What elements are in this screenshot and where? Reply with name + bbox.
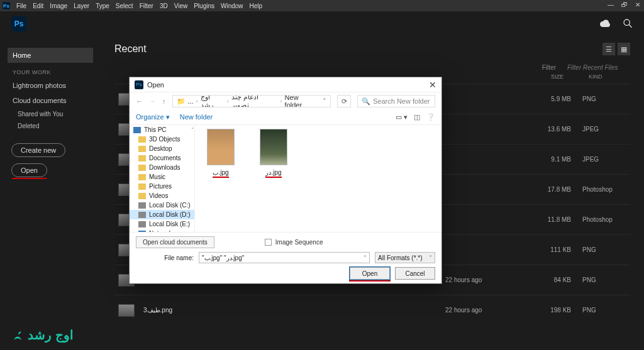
recent-heading: Recent (114, 43, 147, 55)
tree-item[interactable]: Network (130, 229, 194, 232)
tree-item[interactable]: Documents (130, 153, 194, 163)
recent-row[interactable]: طیف3.png 22 hours ago 198 KB PNG (114, 295, 630, 325)
highlight-underline (12, 178, 47, 179)
file-kind: Photoshop (582, 216, 626, 223)
col-size[interactable]: SIZE (545, 74, 564, 80)
filename-input[interactable]: "ب.jpg" "در.jpg"˅ (199, 252, 370, 263)
help-icon[interactable]: ❔ (426, 113, 435, 121)
menu-help[interactable]: Help (250, 3, 263, 9)
menu-plugins[interactable]: Plugins (194, 3, 214, 9)
file-size: 9.1 MB (533, 156, 571, 163)
app-toolbar: Ps (0, 11, 644, 36)
file-thumbnail (260, 129, 287, 165)
grid-view-toggle[interactable]: ▦ (618, 43, 630, 55)
menu-image[interactable]: Image (50, 3, 67, 9)
list-view-toggle[interactable]: ☰ (602, 43, 615, 55)
filter-label: Filter (542, 64, 556, 71)
file-time: 22 hours ago (445, 307, 533, 314)
svg-point-0 (624, 19, 630, 25)
menu-view[interactable]: View (174, 3, 188, 9)
menu-type[interactable]: Type (96, 3, 109, 9)
close-button[interactable]: ✕ (635, 1, 640, 8)
file-pane[interactable]: ب.jpgدر.jpg (195, 125, 441, 232)
file-tile-name: در.jpg (265, 169, 281, 178)
open-cloud-button[interactable]: Open cloud documents (136, 236, 214, 248)
dialog-app-icon: Ps (135, 80, 143, 89)
organize-menu[interactable]: Organize ▾ (136, 113, 170, 121)
dialog-cancel-button[interactable]: Cancel (395, 267, 435, 280)
search-icon[interactable] (623, 18, 633, 30)
sidebar-shared[interactable]: Shared with You (8, 108, 93, 120)
file-size: 13.6 MB (533, 126, 571, 133)
filename-label: File name: (136, 254, 194, 261)
file-tile[interactable]: در.jpg (253, 129, 294, 178)
tree-item[interactable]: Local Disk (E:) (130, 219, 194, 229)
sidebar-deleted[interactable]: Deleted (8, 120, 93, 132)
file-size: 11.8 MB (533, 216, 571, 223)
menu-bar[interactable]: Ps File Edit Image Layer Type Select Fil… (0, 0, 644, 11)
back-button[interactable]: ← (136, 97, 143, 105)
image-sequence-label: Image Sequence (275, 239, 323, 246)
tree-item[interactable]: Local Disk (C:) (130, 200, 194, 210)
sidebar: Home YOUR WORK Lightroom photos Cloud do… (0, 36, 101, 350)
dialog-search[interactable]: 🔍 Search New folder (357, 95, 435, 107)
folder-icon (138, 146, 146, 152)
dialog-open-button[interactable]: Open (350, 267, 390, 280)
new-folder-button[interactable]: New folder (180, 113, 213, 121)
tree-item[interactable]: This PC (130, 125, 194, 134)
pc-icon (133, 127, 141, 133)
file-size: 5.9 MB (533, 96, 571, 102)
menu-select[interactable]: Select (116, 3, 133, 9)
tree-item[interactable]: Pictures (130, 182, 194, 191)
file-kind: PNG (582, 96, 626, 102)
file-kind: JPEG (582, 126, 626, 133)
svg-line-1 (629, 25, 632, 28)
view-mode-button[interactable]: ▭ ▾ (396, 113, 408, 121)
up-button[interactable]: ↑ (162, 97, 166, 105)
sidebar-home[interactable]: Home (8, 48, 93, 63)
sidebar-cloud-docs[interactable]: Cloud documents (8, 93, 93, 108)
file-size: 198 KB (533, 307, 571, 314)
minimize-button[interactable]: — (608, 1, 614, 8)
dialog-toolbar: Organize ▾ New folder ▭ ▾ ◫ ❔ (130, 110, 441, 125)
image-sequence-checkbox[interactable] (265, 239, 272, 246)
menu-file[interactable]: File (16, 3, 26, 9)
tree-item[interactable]: Music (130, 172, 194, 182)
open-dialog: Ps Open ✕ ← → ↑ 📁 ...› اوج رشد› ادغام چن… (129, 77, 442, 284)
refresh-button[interactable]: ⟳ (337, 95, 351, 107)
folder-tree[interactable]: ˄ This PC3D ObjectsDesktopDocumentsDownl… (130, 125, 195, 232)
dialog-close-button[interactable]: ✕ (429, 80, 436, 90)
cloud-icon[interactable] (600, 19, 611, 29)
format-select[interactable]: All Formats (*.*)˅ (375, 252, 435, 263)
breadcrumb[interactable]: 📁 ...› اوج رشد› ادغام چند تصویر› New fol… (172, 95, 331, 107)
file-name: طیف3.png (143, 307, 445, 314)
sidebar-lightroom[interactable]: Lightroom photos (8, 78, 93, 93)
open-button[interactable]: Open (11, 163, 47, 177)
col-kind[interactable]: KIND (589, 74, 626, 80)
tree-item[interactable]: Desktop (130, 144, 194, 153)
app-logo: Ps (11, 16, 26, 31)
tree-item[interactable]: Videos (130, 191, 194, 200)
file-thumb (118, 304, 135, 317)
folder-icon (138, 165, 146, 171)
watermark-logo: اوج رشد (11, 327, 74, 342)
forward-button[interactable]: → (149, 97, 156, 105)
create-new-button[interactable]: Create new (11, 143, 65, 157)
dialog-titlebar: Ps Open ✕ (130, 77, 441, 92)
tree-item[interactable]: 3D Objects (130, 134, 194, 144)
preview-pane-button[interactable]: ◫ (414, 113, 420, 121)
restore-button[interactable]: 🗗 (621, 1, 628, 8)
scroll-up-icon: ˄ (191, 127, 194, 133)
menu-3d[interactable]: 3D (160, 3, 168, 9)
menu-layer[interactable]: Layer (74, 3, 89, 9)
menu-window[interactable]: Window (221, 3, 243, 9)
menu-filter[interactable]: Filter (140, 3, 153, 9)
menu-edit[interactable]: Edit (33, 3, 43, 9)
file-tile[interactable]: ب.jpg (200, 129, 242, 178)
tree-item[interactable]: Local Disk (D:) (130, 210, 194, 219)
folder-icon (138, 155, 146, 161)
drive-icon (138, 212, 146, 218)
drive-icon (138, 221, 146, 227)
tree-item[interactable]: Downloads (130, 163, 194, 172)
filter-input[interactable] (567, 64, 630, 71)
